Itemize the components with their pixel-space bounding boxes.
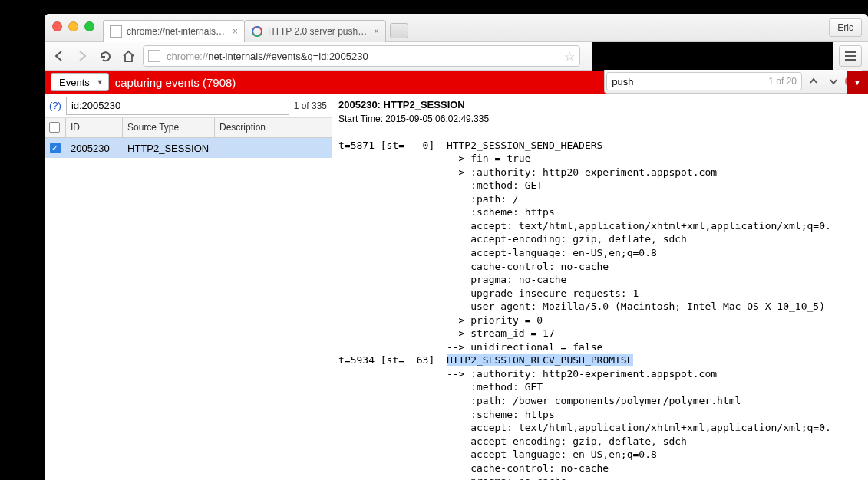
minimize-window-button[interactable] [68, 21, 78, 31]
detail-start-time: Start Time: 2015-09-05 06:02:49.335 [338, 113, 489, 124]
row-source: HTTP2_SESSION [123, 140, 215, 157]
page-icon [148, 50, 160, 62]
events-list-pane: (?) 1 of 335 ID Source Type Description … [45, 94, 332, 480]
close-tab-icon[interactable]: × [374, 26, 379, 37]
menu-button[interactable] [839, 45, 862, 67]
header-desc[interactable]: Description [215, 118, 332, 137]
net-internals-header: Events capturing events (7908) 1 of 20 ✕… [45, 71, 868, 94]
reload-button[interactable] [97, 48, 114, 64]
close-window-button[interactable] [52, 21, 62, 31]
find-input-wrap: 1 of 20 [606, 72, 802, 90]
close-tab-icon[interactable]: × [233, 26, 238, 37]
doc-icon [110, 25, 122, 38]
section-dropdown[interactable]: Events [51, 73, 109, 91]
filter-count: 1 of 335 [294, 100, 327, 111]
event-detail-pane: 2005230: HTTP2_SESSION Start Time: 2015-… [332, 94, 868, 480]
table-header: ID Source Type Description [45, 118, 332, 138]
tab-title: HTTP 2.0 server push on Ap [268, 26, 368, 37]
filter-row: (?) 1 of 335 [45, 94, 332, 118]
forward-button[interactable] [74, 48, 91, 64]
favicon-icon [251, 25, 263, 38]
traffic-lights [52, 21, 94, 31]
find-input[interactable] [607, 72, 768, 90]
select-all-checkbox[interactable] [49, 122, 60, 133]
profile-button[interactable]: Eric [829, 18, 862, 37]
zoom-window-button[interactable] [84, 21, 94, 31]
detail-title: 2005230: HTTP2_SESSION [338, 99, 465, 110]
bookmark-star-icon[interactable]: ☆ [564, 49, 575, 64]
log-body: t=5871 [st= 0] HTTP2_SESSION_SEND_HEADER… [338, 140, 831, 480]
tab-http2-push[interactable]: HTTP 2.0 server push on Ap × [244, 20, 386, 42]
header-checkbox-cell [45, 118, 66, 137]
toolbar-black-region [592, 42, 833, 71]
toolbar: chrome://net-internals/#events&q=id:2005… [45, 42, 868, 71]
find-count: 1 of 20 [768, 76, 801, 87]
titlebar: chrome://net-internals/#eve × HTTP 2.0 s… [45, 14, 868, 42]
filter-input[interactable] [66, 97, 289, 115]
capturing-status: capturing events (7908) [115, 76, 236, 89]
find-prev-button[interactable] [805, 73, 822, 90]
row-checkbox[interactable]: ✓ [50, 143, 61, 153]
browser-window: chrome://net-internals/#eve × HTTP 2.0 s… [45, 14, 868, 480]
url-scheme: chrome:// [167, 51, 208, 62]
dropdown-toggle-icon[interactable]: ▼ [847, 71, 868, 94]
header-id[interactable]: ID [66, 118, 123, 137]
tab-title: chrome://net-internals/#eve [127, 26, 226, 37]
content-area: (?) 1 of 335 ID Source Type Description … [45, 94, 868, 480]
url-text: net-internals/#events&q=id:2005230 [208, 51, 368, 62]
find-next-button[interactable] [825, 73, 842, 90]
back-button[interactable] [51, 48, 68, 64]
header-source[interactable]: Source Type [123, 118, 215, 137]
filter-help-link[interactable]: (?) [49, 100, 61, 111]
row-desc [215, 145, 332, 151]
home-button[interactable] [120, 48, 137, 64]
address-bar[interactable]: chrome://net-internals/#events&q=id:2005… [143, 45, 580, 67]
table-row[interactable]: ✓ 2005230 HTTP2_SESSION [45, 138, 332, 158]
find-bar: 1 of 20 ✕ [604, 70, 863, 94]
new-tab-button[interactable] [390, 23, 408, 38]
row-id: 2005230 [66, 140, 123, 157]
tabstrip: chrome://net-internals/#eve × HTTP 2.0 s… [103, 20, 408, 42]
tab-net-internals[interactable]: chrome://net-internals/#eve × [103, 20, 245, 42]
